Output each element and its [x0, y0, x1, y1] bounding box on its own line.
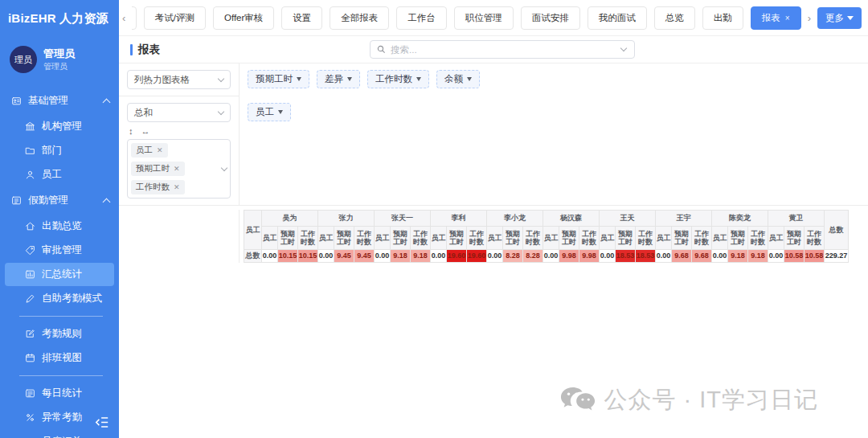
sidebar-item-考勤规则[interactable]: 考勤规则	[5, 322, 114, 346]
heat-value-cell: 8.28	[503, 249, 523, 262]
column-dimension-row: 员工	[240, 96, 868, 205]
employee-header: 王天	[600, 211, 656, 227]
aggregation-select[interactable]: 总和	[127, 103, 231, 122]
measure-tag-预期工时[interactable]: 预期工时✕	[131, 162, 185, 176]
filter-pill-预期工时[interactable]: 预期工时	[248, 70, 309, 88]
tab-Offer审核[interactable]: Offer审核	[213, 6, 274, 30]
value-cell: 0.00	[600, 249, 616, 262]
tab-设置[interactable]: 设置	[281, 6, 322, 30]
more-tabs-button[interactable]: 更多	[817, 7, 862, 29]
measure-header: 员工	[656, 227, 672, 249]
employee-header: 张天一	[375, 211, 431, 227]
tab-全部报表[interactable]: 全部报表	[330, 6, 389, 30]
row-dimension-header: 员工	[244, 211, 262, 250]
menu-fold-icon	[95, 416, 109, 428]
more-tabs-label: 更多	[825, 12, 844, 24]
chevron-down-icon	[218, 75, 224, 81]
measure-header: 预期工时	[447, 227, 467, 249]
chart-type-panel: 列热力图表格	[119, 63, 240, 96]
tab-出勤[interactable]: 出勤	[702, 6, 743, 30]
heat-value-cell: 10.15	[278, 249, 298, 262]
sidebar-divider	[19, 375, 103, 376]
close-tab-icon[interactable]: ×	[785, 14, 790, 23]
sidebar-item-排班视图[interactable]: 排班视图	[5, 346, 114, 370]
sidebar-item-机构管理[interactable]: 机构管理	[5, 115, 114, 138]
heat-value-cell: 10.58	[805, 249, 825, 262]
measure-header: 工作时数	[805, 227, 825, 249]
tab-我的面试[interactable]: 我的面试	[132, 6, 136, 30]
employee-header: 陈奕龙	[712, 211, 768, 227]
filter-pill-差异[interactable]: 差异	[317, 70, 360, 88]
tab-我的面试[interactable]: 我的面试	[588, 6, 647, 30]
heat-value-cell: 9.18	[728, 249, 748, 262]
heat-value-cell: 9.98	[579, 249, 600, 262]
tab-工作台[interactable]: 工作台	[396, 6, 447, 30]
measure-tag-员工[interactable]: 员工✕	[131, 143, 168, 158]
employee-header: 李利	[431, 211, 487, 227]
tabs-scroll-left-icon[interactable]: ‹	[121, 12, 127, 24]
axis-swap-controls: ↕ ↔	[127, 122, 231, 139]
sidebar-group-1[interactable]: 假勤管理	[0, 187, 119, 214]
sidebar-group-0[interactable]: 基础管理	[0, 88, 119, 114]
measure-header: 工作时数	[748, 227, 768, 249]
sidebar-item-部门[interactable]: 部门	[5, 139, 114, 162]
tag-icon	[25, 245, 35, 256]
sidebar-item-出勤总览[interactable]: 出勤总览	[5, 215, 114, 238]
sidebar-item-label: 考勤规则	[42, 327, 82, 341]
measure-header: 预期工时	[616, 227, 636, 249]
remove-tag-icon[interactable]: ✕	[157, 146, 163, 154]
measure-header: 预期工时	[391, 227, 411, 249]
column-dimension-pill[interactable]: 员工	[248, 103, 291, 121]
heat-value-cell: 9.18	[411, 249, 431, 262]
app-window: iBizEHR 人力资源 理员 管理员 管理员 基础管理机构管理部门员工假勤管理…	[0, 0, 868, 438]
employee-header: 吴为	[262, 211, 318, 227]
filter-pill-工作时数[interactable]: 工作时数	[367, 70, 429, 88]
tabs-scroll-right-icon[interactable]: ›	[806, 12, 813, 24]
tab-bar: ‹ 员筛选候选人明细我的面试考试/评测Offer审核设置全部报表工作台职位管理面…	[119, 0, 868, 36]
search-input[interactable]	[391, 45, 613, 55]
sidebar-collapse-button[interactable]	[95, 416, 109, 432]
measure-header: 工作时数	[467, 227, 487, 249]
sidebar-item-汇总统计[interactable]: 汇总统计	[5, 263, 114, 286]
remove-tag-icon[interactable]: ✕	[174, 165, 180, 173]
search-dropdown-toggle[interactable]	[613, 41, 634, 58]
selected-measures-box[interactable]: 员工✕预期工时✕工作时数✕	[127, 139, 231, 199]
search-box	[370, 40, 635, 59]
tab-active-报表[interactable]: 报表×	[751, 6, 801, 30]
pen-icon	[25, 293, 35, 304]
filter-pill-余额[interactable]: 余额	[436, 70, 480, 88]
user-icon	[25, 170, 35, 180]
chevron-down-icon	[620, 45, 627, 51]
employee-header: 张力	[318, 211, 375, 227]
measure-header: 员工	[487, 227, 503, 249]
user-profile[interactable]: 理员 管理员 管理员	[0, 35, 119, 81]
move-horizontal-icon[interactable]: ↔	[141, 126, 150, 136]
chevron-down-icon	[218, 108, 224, 114]
chart-type-select[interactable]: 列热力图表格	[127, 70, 231, 89]
tab-面试安排[interactable]: 面试安排	[521, 6, 580, 30]
tab-总览[interactable]: 总览	[654, 6, 695, 30]
sidebar-item-每日统计[interactable]: 每日统计	[5, 382, 114, 405]
measure-header: 工作时数	[636, 227, 656, 249]
value-cell: 0.00	[262, 249, 278, 262]
sidebar-item-label: 机构管理	[42, 120, 82, 133]
measure-header: 预期工时	[278, 227, 298, 249]
caret-down-icon	[297, 77, 301, 81]
measure-tag-工作时数[interactable]: 工作时数✕	[131, 180, 185, 194]
value-cell: 0.00	[318, 249, 334, 262]
remove-tag-icon[interactable]: ✕	[174, 183, 180, 191]
sidebar-item-员工[interactable]: 员工	[5, 163, 114, 186]
move-vertical-icon[interactable]: ↕	[129, 126, 133, 136]
value-cell: 0.00	[375, 249, 391, 262]
measure-header: 工作时数	[411, 227, 431, 249]
watermark: 公众号 · IT学习日记	[560, 384, 818, 416]
sidebar-item-自助考勤模式[interactable]: 自助考勤模式	[5, 287, 114, 310]
tab-考试/评测[interactable]: 考试/评测	[144, 6, 206, 30]
heat-value-cell: 9.45	[354, 249, 375, 262]
sidebar-item-审批管理[interactable]: 审批管理	[5, 239, 114, 262]
tab-职位管理[interactable]: 职位管理	[454, 6, 514, 30]
sidebar-item-label: 部门	[42, 144, 62, 158]
value-cell: 0.00	[712, 249, 728, 262]
heat-value-cell: 9.18	[748, 249, 768, 262]
percent-icon	[25, 412, 35, 423]
